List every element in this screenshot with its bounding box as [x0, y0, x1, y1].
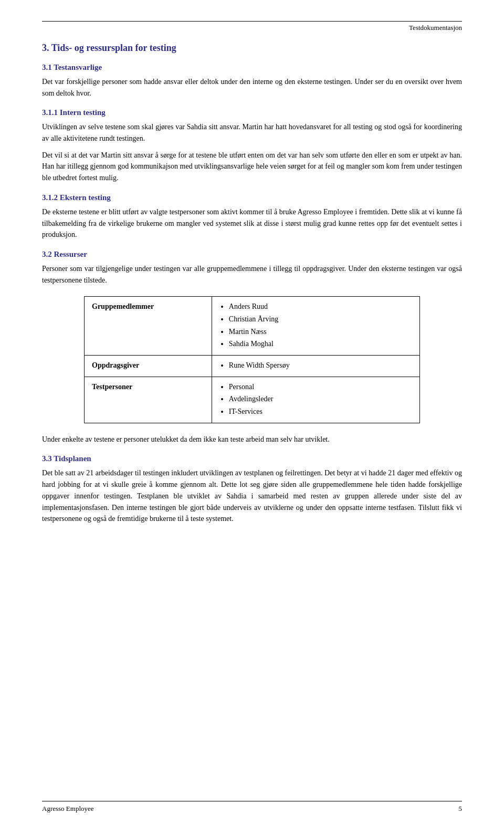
section-33-title: 3.3 Tidsplanen	[42, 454, 462, 463]
section-32-title: 3.2 Ressurser	[42, 250, 462, 259]
section-33-p1: Det ble satt av 21 arbeidsdager til test…	[42, 467, 462, 524]
section-31-title: 3.1 Testansvarlige	[42, 63, 462, 72]
section-311-p2: Det vil si at det var Martin sitt ansvar…	[42, 150, 462, 184]
header-top-line	[42, 21, 462, 22]
table-label-oppdragsgiver: Oppdragsgiver	[85, 356, 212, 377]
table-label-gruppemedlemmer: Gruppemedlemmer	[85, 297, 212, 356]
section-31-body: Det var forskjellige personer som hadde …	[42, 76, 462, 99]
table-label-testpersoner: Testpersoner	[85, 377, 212, 423]
list-item: Christian Årving	[229, 314, 412, 325]
section-32-p1: Personer som var tilgjengelige under tes…	[42, 263, 462, 286]
list-item: Rune Width Spersøy	[229, 360, 412, 371]
section-311-p1: Utviklingen av selve testene som skal gj…	[42, 121, 462, 144]
footer: Agresso Employee 5	[42, 801, 462, 813]
table-row: Gruppemedlemmer Anders Ruud Christian År…	[85, 297, 420, 356]
list-item: Avdelingsleder	[229, 393, 412, 405]
list-item: Anders Ruud	[229, 301, 412, 312]
table-row: Testpersoner Personal Avdelingsleder IT-…	[85, 377, 420, 423]
footer-left: Agresso Employee	[42, 805, 94, 813]
section-312-title: 3.1.2 Ekstern testing	[42, 193, 462, 202]
list-item: Martin Næss	[229, 326, 412, 338]
list-item: Personal	[229, 381, 412, 393]
resources-table-container: Gruppemedlemmer Anders Ruud Christian År…	[84, 296, 420, 423]
list-item: Sahdia Moghal	[229, 338, 412, 350]
table-items-gruppemedlemmer: Anders Ruud Christian Årving Martin Næss…	[212, 297, 419, 356]
table-items-oppdragsgiver: Rune Width Spersøy	[212, 356, 419, 377]
header-title: Testdokumentasjon	[42, 24, 462, 32]
table-items-testpersoner: Personal Avdelingsleder IT-Services	[212, 377, 419, 423]
table-row: Oppdragsgiver Rune Width Spersøy	[85, 356, 420, 377]
list-item: IT-Services	[229, 406, 412, 418]
footer-right: 5	[459, 805, 463, 813]
section-311-title: 3.1.1 Intern testing	[42, 108, 462, 117]
section-32-p2: Under enkelte av testene er personer ute…	[42, 434, 462, 445]
section-312-p1: De eksterne testene er blitt utført av v…	[42, 206, 462, 241]
page: Testdokumentasjon 3. Tids- og ressurspla…	[0, 0, 504, 834]
main-section-title: 3. Tids- og ressursplan for testing	[42, 43, 462, 54]
resources-table: Gruppemedlemmer Anders Ruud Christian År…	[84, 296, 420, 423]
